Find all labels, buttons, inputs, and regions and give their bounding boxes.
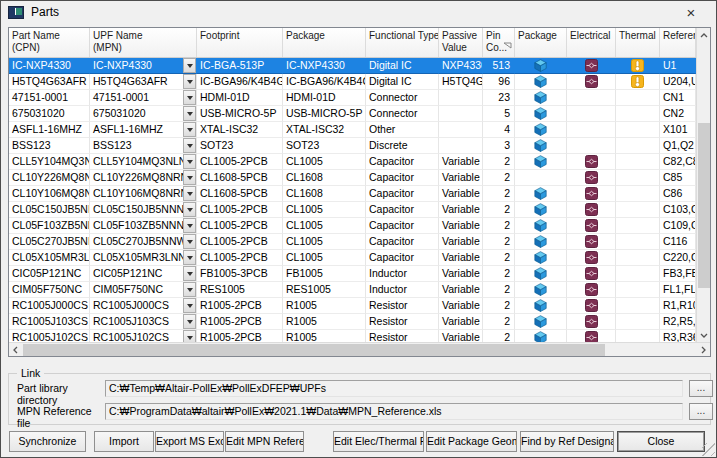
- dropdown-arrow-icon[interactable]: [183, 154, 196, 169]
- cell-upf-name-combobox[interactable]: CL05F103ZB5NNNC: [90, 218, 197, 234]
- table-row[interactable]: RC1005J102CSRC1005J102CSR1005-2PCBR1005R…: [9, 330, 696, 342]
- dropdown-arrow-icon[interactable]: [183, 202, 196, 217]
- edit-mpn-reference-button[interactable]: Edit MPN Reference: [225, 431, 304, 452]
- horizontal-scrollbar-thumb[interactable]: [23, 344, 605, 356]
- cell-upf-name-combobox[interactable]: CL10Y106MQ8NRNC: [90, 186, 197, 202]
- dropdown-arrow-icon[interactable]: [183, 74, 196, 89]
- table-row[interactable]: 47151-000147151-0001HDMI-01DHDMI-01DConn…: [9, 90, 696, 106]
- dropdown-arrow-icon[interactable]: [183, 186, 196, 201]
- parts-window-icon: [8, 6, 24, 19]
- title-bar[interactable]: Parts ×: [1, 1, 716, 23]
- vertical-scrollbar[interactable]: [696, 28, 710, 342]
- cell-package: HDMI-01D: [283, 90, 366, 106]
- table-row[interactable]: BSS123BSS123SOT23SOT23Discrete3Q1,Q2: [9, 138, 696, 154]
- dropdown-arrow-icon[interactable]: [183, 266, 196, 281]
- table-row[interactable]: CL05C270JB5NNWCCL05C270JB5NNWCCL1005-2PC…: [9, 234, 696, 250]
- dropdown-arrow-icon[interactable]: [183, 250, 196, 265]
- cell-upf-name-combobox[interactable]: BSS123: [90, 138, 197, 154]
- column-header-functional-type[interactable]: Functional Type: [366, 28, 439, 57]
- export-ms-excel-button[interactable]: Export MS Excel: [155, 431, 224, 452]
- cell-upf-name-combobox[interactable]: CL10Y226MQ8NRNC: [90, 170, 197, 186]
- dropdown-arrow-icon[interactable]: [183, 106, 196, 121]
- close-icon[interactable]: ×: [676, 1, 706, 23]
- dropdown-arrow-icon[interactable]: [183, 234, 196, 249]
- cell-reference: C116: [660, 234, 696, 250]
- chevron-up-icon[interactable]: [697, 28, 710, 42]
- table-row[interactable]: CL05C150JB5NNNDCL05C150JB5NNNDCL1005-2PC…: [9, 202, 696, 218]
- browse-mpn-reference-button[interactable]: ...: [689, 403, 713, 420]
- column-header-footprint[interactable]: Footprint: [197, 28, 283, 57]
- table-row[interactable]: RC1005J000CSRC1005J000CSR1005-2PCBR1005R…: [9, 298, 696, 314]
- table-row[interactable]: CLL5Y104MQ3NLNCCLL5Y104MQ3NLNCCL1005-2PC…: [9, 154, 696, 170]
- column-header-part-name[interactable]: Part Name(CPN): [9, 28, 90, 57]
- cell-part-name: CL05C150JB5NNND: [9, 202, 90, 218]
- table-row[interactable]: CL10Y226MQ8NRNCCL10Y226MQ8NRNCCL1608-5PC…: [9, 170, 696, 186]
- vertical-scrollbar-thumb[interactable]: [698, 123, 710, 288]
- cell-upf-name-combobox[interactable]: IC-NXP4330: [90, 58, 197, 74]
- column-header-package-icon[interactable]: Package: [515, 28, 567, 57]
- cell-upf-name-combobox[interactable]: 47151-0001: [90, 90, 197, 106]
- cell-passive-value: [439, 138, 483, 154]
- find-by-ref-designator-button[interactable]: Find by Ref Designator: [520, 431, 614, 452]
- table-row[interactable]: CIC05P121NCCIC05P121NCFB1005-3PCBFB1005I…: [9, 266, 696, 282]
- table-row[interactable]: CL05X105MR3LNNHCL05X105MR3LNNHCL1005-2PC…: [9, 250, 696, 266]
- dropdown-arrow-icon[interactable]: [183, 170, 196, 185]
- table-row[interactable]: CL10Y106MQ8NRNCCL10Y106MQ8NRNCCL1608-5PC…: [9, 186, 696, 202]
- cell-passive-value: Variable: [439, 330, 483, 342]
- dropdown-arrow-icon[interactable]: [183, 282, 196, 297]
- cell-upf-name-combobox[interactable]: RC1005J102CS: [90, 330, 197, 342]
- mpn-reference-file-field[interactable]: C:₩ProgramData₩altair₩PollEx₩2021.1₩Data…: [105, 403, 683, 420]
- cell-upf-name-combobox[interactable]: RC1005J103CS: [90, 314, 197, 330]
- table-row[interactable]: CIM05F750NCCIM05F750NCRES1005RES1005Indu…: [9, 282, 696, 298]
- dropdown-arrow-icon[interactable]: [183, 122, 196, 137]
- cell-upf-name-combobox[interactable]: H5TQ4G63AFR: [90, 74, 197, 90]
- column-header-thermal[interactable]: Thermal: [616, 28, 660, 57]
- edit-elec-thermal-prop-button[interactable]: Edit Elec/Thermal Prop: [333, 431, 424, 452]
- import-button[interactable]: Import: [94, 431, 154, 452]
- cell-upf-name-combobox[interactable]: CIC05P121NC: [90, 266, 197, 282]
- table-row[interactable]: ASFL1-16MHZASFL1-16MHZXTAL-ISC32XTAL-ISC…: [9, 122, 696, 138]
- horizontal-scrollbar[interactable]: [9, 342, 710, 356]
- cell-upf-name-combobox[interactable]: 675031020: [90, 106, 197, 122]
- cell-package-icon: [515, 90, 567, 106]
- dropdown-arrow-icon[interactable]: [183, 58, 196, 73]
- dropdown-arrow-icon[interactable]: [183, 138, 196, 153]
- edit-package-geom-button[interactable]: Edit Package Geom: [426, 431, 517, 452]
- cell-upf-name-combobox[interactable]: ASFL1-16MHZ: [90, 122, 197, 138]
- chevron-right-icon[interactable]: [697, 343, 710, 356]
- table-row[interactable]: CL05F103ZB5NNNCCL05F103ZB5NNNCCL1005-2PC…: [9, 218, 696, 234]
- column-header-reference[interactable]: Reference: [660, 28, 696, 57]
- part-library-directory-field[interactable]: C:₩Temp₩Altair-PollEx₩PollExDFEP₩UPFs: [105, 380, 683, 397]
- cell-upf-name-combobox[interactable]: CL05X105MR3LNNH: [90, 250, 197, 266]
- browse-part-library-button[interactable]: ...: [689, 380, 713, 397]
- table-row[interactable]: IC-NXP4330IC-NXP4330IC-BGA-513PIC-NXP433…: [9, 58, 696, 74]
- synchronize-button[interactable]: Synchronize: [9, 431, 86, 452]
- close-button[interactable]: Close: [617, 431, 705, 452]
- column-header-electrical[interactable]: Electrical: [567, 28, 616, 57]
- dropdown-arrow-icon[interactable]: [183, 218, 196, 233]
- column-header-upf-name[interactable]: UPF Name(MPN): [90, 28, 197, 57]
- electrical-prop-icon: [585, 299, 598, 312]
- dropdown-arrow-icon[interactable]: [183, 90, 196, 105]
- cell-upf-name-combobox[interactable]: CLL5Y104MQ3NLNC: [90, 154, 197, 170]
- column-header-passive-value[interactable]: PassiveValue: [439, 28, 483, 57]
- cell-upf-name-combobox[interactable]: RC1005J000CS: [90, 298, 197, 314]
- cell-upf-name-combobox[interactable]: CL05C270JB5NNWC: [90, 234, 197, 250]
- dropdown-arrow-icon[interactable]: [183, 330, 196, 342]
- table-row[interactable]: H5TQ4G63AFRH5TQ4G63AFRIC-BGA96/K4B4G16IC…: [9, 74, 696, 90]
- cell-upf-name-combobox[interactable]: CIM05F750NC: [90, 282, 197, 298]
- cell-package: XTAL-ISC32: [283, 122, 366, 138]
- cell-thermal: [616, 218, 660, 234]
- column-header-package[interactable]: Package: [283, 28, 366, 57]
- table-row[interactable]: RC1005J103CSRC1005J103CSR1005-2PCBR1005R…: [9, 314, 696, 330]
- chevron-left-icon[interactable]: [9, 343, 22, 356]
- dropdown-arrow-icon[interactable]: [183, 298, 196, 313]
- resize-grip[interactable]: [702, 443, 715, 456]
- electrical-prop-icon: [585, 331, 598, 342]
- cell-functional-type: Capacitor: [366, 202, 439, 218]
- cell-upf-name-combobox[interactable]: CL05C150JB5NNND: [90, 202, 197, 218]
- column-header-pin-count[interactable]: PinCo...: [483, 28, 515, 57]
- table-row[interactable]: 675031020675031020USB-MICRO-5PUSB-MICRO-…: [9, 106, 696, 122]
- dropdown-arrow-icon[interactable]: [183, 314, 196, 329]
- chevron-down-icon[interactable]: [697, 328, 710, 342]
